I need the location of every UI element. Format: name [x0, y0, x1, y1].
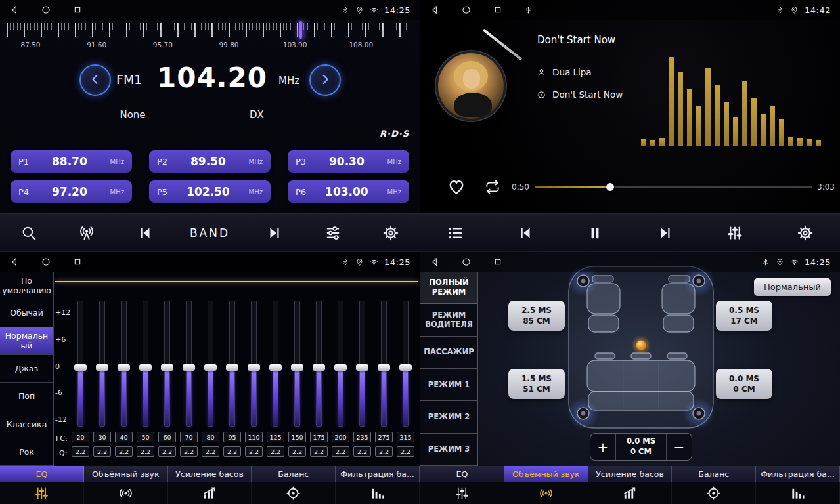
tab-bass-boost[interactable]: Усиление басов [588, 466, 673, 504]
tab-filter[interactable]: Фильтрация ба... [336, 466, 420, 504]
eq-preset-rock[interactable]: Рок [0, 438, 53, 466]
seek-up-button[interactable] [309, 64, 341, 96]
eq-preset-jazz[interactable]: Джаз [0, 355, 53, 383]
search-button[interactable] [16, 224, 42, 242]
slider-handle[interactable] [161, 364, 173, 371]
field-preset-button[interactable]: Нормальный [754, 278, 831, 296]
eq-preset-classic[interactable]: Классика [0, 410, 53, 438]
tab-balance[interactable]: Баланс [252, 466, 336, 504]
eq-band-slider[interactable] [221, 301, 243, 429]
eq-band-slider[interactable] [395, 301, 416, 429]
eq-button[interactable] [722, 224, 748, 242]
slider-handle[interactable] [118, 364, 130, 371]
slider-handle[interactable] [74, 364, 87, 371]
preset-button-p1[interactable]: P188.70MHz [11, 150, 132, 173]
q-value-box: 2.2 [223, 446, 241, 457]
mode-passenger[interactable]: ПАССАЖИР [420, 337, 477, 369]
eq-band-slider[interactable] [351, 301, 373, 429]
eq-preset-custom[interactable]: Обычай [0, 299, 53, 327]
next-station-button[interactable] [261, 224, 288, 242]
eq-band-slider[interactable] [156, 301, 178, 429]
slider-handle[interactable] [183, 364, 195, 371]
mode-full[interactable]: ПОЛНЫЙ РЕЖИМ [420, 272, 477, 304]
preset-button-p2[interactable]: P289.50MHz [149, 150, 271, 173]
preset-button-p6[interactable]: P6103.00MHz [288, 180, 409, 203]
seek-bar-knob[interactable] [606, 183, 614, 191]
back-icon[interactable] [430, 5, 440, 15]
playlist-button[interactable] [442, 224, 468, 242]
eq-band-slider[interactable] [286, 301, 308, 429]
eq-preset-normal[interactable]: Нормальный [0, 327, 53, 355]
next-track-button[interactable] [652, 224, 678, 242]
seek-down-button[interactable] [79, 64, 111, 96]
band-button[interactable]: BAND [190, 226, 230, 240]
repeat-button[interactable] [484, 178, 501, 196]
eq-preset-pop[interactable]: Поп [0, 383, 53, 410]
back-icon[interactable] [9, 257, 20, 267]
eq-band-slider[interactable] [91, 301, 113, 429]
slider-handle[interactable] [96, 364, 108, 371]
favorite-button[interactable] [447, 177, 466, 196]
frequency-ruler[interactable] [7, 23, 413, 40]
slider-handle[interactable] [399, 364, 412, 371]
eq-band-slider[interactable] [330, 301, 351, 429]
recents-icon[interactable] [493, 5, 503, 15]
prev-track-button[interactable] [512, 224, 539, 242]
slider-handle[interactable] [248, 364, 260, 371]
album-art[interactable] [436, 51, 506, 121]
eq-band-slider[interactable] [113, 301, 135, 429]
preset-button-p3[interactable]: P390.30MHz [288, 150, 409, 173]
settings-button[interactable] [378, 224, 404, 242]
mode-driver[interactable]: РЕЖИМ ВОДИТЕЛЯ [420, 304, 477, 336]
audio-settings-button[interactable] [320, 224, 346, 242]
eq-band-slider[interactable] [308, 301, 330, 429]
tab-surround[interactable]: Объёмный звук [84, 466, 168, 504]
seek-bar[interactable] [535, 186, 812, 188]
pause-button[interactable] [582, 224, 608, 242]
tab-bass-boost[interactable]: Усиление басов [168, 466, 252, 504]
broadcast-button[interactable] [74, 224, 100, 242]
slider-handle[interactable] [139, 364, 152, 371]
slider-handle[interactable] [378, 364, 390, 371]
eq-preset-default[interactable]: По умолчанию [0, 272, 53, 299]
mode-1[interactable]: РЕЖИМ 1 [420, 369, 477, 401]
mode-3[interactable]: РЕЖИМ 3 [420, 434, 477, 466]
delay-decrease-button[interactable]: − [667, 434, 692, 460]
eq-band-slider[interactable] [70, 301, 91, 429]
slider-track [77, 301, 83, 427]
delay-increase-button[interactable]: + [590, 434, 615, 460]
preset-button-p4[interactable]: P497.20MHz [11, 180, 132, 203]
slider-handle[interactable] [356, 364, 368, 371]
eq-band-slider[interactable] [178, 301, 200, 429]
slider-handle[interactable] [313, 364, 325, 371]
home-icon[interactable] [461, 257, 472, 267]
home-icon[interactable] [461, 5, 472, 15]
slider-handle[interactable] [334, 364, 347, 371]
slider-handle[interactable] [269, 364, 282, 371]
slider-handle[interactable] [226, 364, 238, 371]
home-icon[interactable] [41, 5, 51, 15]
recents-icon[interactable] [493, 257, 503, 267]
eq-band-slider[interactable] [243, 301, 265, 429]
tab-filter[interactable]: Фильтрация ба... [756, 466, 840, 504]
slider-handle[interactable] [291, 364, 303, 371]
eq-band-slider[interactable] [200, 301, 221, 429]
fc-value-box: 175 [310, 432, 328, 442]
tab-eq[interactable]: EQ [0, 466, 84, 504]
slider-handle[interactable] [204, 364, 217, 371]
home-icon[interactable] [41, 257, 51, 267]
back-icon[interactable] [9, 5, 20, 15]
eq-band-slider[interactable] [265, 301, 286, 429]
settings-button[interactable] [792, 224, 818, 242]
tab-balance[interactable]: Баланс [672, 466, 756, 504]
recents-icon[interactable] [72, 257, 83, 267]
tab-eq[interactable]: EQ [420, 466, 504, 504]
preset-button-p5[interactable]: P5102.50MHz [149, 180, 271, 203]
eq-band-slider[interactable] [135, 301, 156, 429]
prev-station-button[interactable] [132, 224, 158, 242]
eq-band-slider[interactable] [373, 301, 395, 429]
mode-2[interactable]: РЕЖИМ 2 [420, 401, 477, 433]
tab-surround[interactable]: Объёмный звук [504, 466, 588, 504]
recents-icon[interactable] [72, 5, 83, 15]
back-icon[interactable] [430, 257, 440, 267]
